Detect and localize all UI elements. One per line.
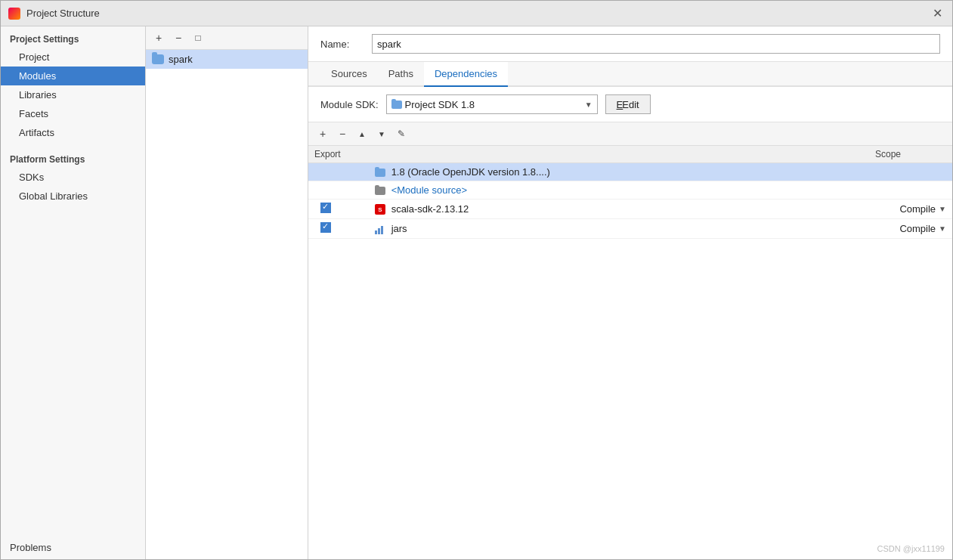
dep-bars-icon	[375, 224, 385, 234]
module-item-spark[interactable]: spark	[146, 50, 308, 69]
scope-dropdown-arrow-icon[interactable]: ▼	[939, 205, 946, 213]
th-scope: Scope	[869, 146, 952, 163]
sidebar-item-sdks[interactable]: SDKs	[1, 168, 145, 187]
edit-sdk-button[interactable]: EEdit	[605, 94, 651, 114]
remove-dep-button[interactable]: −	[334, 125, 351, 142]
dep-scope-cell	[869, 163, 952, 181]
main-layout: Project Settings Project Modules Librari…	[1, 26, 952, 559]
tab-dependencies[interactable]: Dependencies	[424, 62, 508, 87]
dep-toolbar: + − ▲ ▼ ✎	[308, 122, 952, 146]
content-area: Name: Sources Paths Dependencies Module …	[308, 26, 952, 559]
move-dep-down-button[interactable]: ▼	[373, 125, 390, 142]
tab-sources[interactable]: Sources	[320, 62, 378, 87]
module-item-label: spark	[169, 54, 193, 65]
dep-scala-icon: S	[375, 204, 385, 215]
app-icon	[8, 8, 20, 20]
sidebar-item-libraries[interactable]: Libraries	[1, 85, 145, 104]
sidebar-item-modules[interactable]: Modules	[1, 67, 145, 85]
dep-scope-value: Compile	[899, 223, 936, 234]
dep-scope-cell: Compile ▼	[869, 219, 952, 239]
dep-export-cell	[308, 200, 369, 219]
dep-label-cell: <Module source>	[369, 181, 869, 200]
th-name	[369, 146, 869, 163]
edit-dep-button[interactable]: ✎	[393, 125, 410, 142]
dep-module-icon	[375, 187, 385, 195]
dep-table-header: Export Scope	[308, 146, 952, 163]
move-dep-up-button[interactable]: ▲	[354, 125, 370, 142]
dep-table: Export Scope 1.8 (Oracle	[308, 146, 952, 239]
dep-label: <Module source>	[391, 184, 467, 196]
project-structure-window: Project Structure ✕ Project Settings Pro…	[0, 0, 953, 560]
dep-sdk-icon	[375, 169, 385, 177]
title-bar: Project Structure ✕	[1, 1, 952, 26]
scope-dropdown-arrow-icon[interactable]: ▼	[939, 224, 946, 233]
dep-export-checkbox[interactable]	[320, 203, 331, 213]
tabs-row: Sources Paths Dependencies	[308, 62, 952, 87]
sdk-row: Module SDK: Project SDK 1.8 ▼ EEdit	[308, 87, 952, 122]
dep-scope-cell: Compile ▼	[869, 200, 952, 219]
sidebar-item-global-libraries[interactable]: Global Libraries	[1, 187, 145, 206]
tab-paths[interactable]: Paths	[378, 62, 424, 87]
dep-scope-cell	[869, 181, 952, 200]
module-panel: + − □ spark	[146, 26, 308, 559]
module-sdk-dropdown[interactable]: Project SDK 1.8 ▼	[386, 94, 598, 114]
table-row[interactable]: <Module source>	[308, 181, 952, 200]
copy-module-button[interactable]: □	[190, 29, 206, 46]
table-row[interactable]: S scala-sdk-2.13.12 Compile ▼	[308, 200, 952, 219]
table-row[interactable]: 1.8 (Oracle OpenJDK version 1.8....)	[308, 163, 952, 181]
dep-export-cell	[308, 219, 369, 239]
sidebar-item-artifacts[interactable]: Artifacts	[1, 123, 145, 142]
close-button[interactable]: ✕	[930, 6, 945, 21]
dep-export-checkbox[interactable]	[320, 222, 331, 233]
dep-label-cell: jars	[369, 219, 869, 239]
remove-module-button[interactable]: −	[170, 29, 187, 46]
watermark: CSDN @jxx11199	[877, 544, 945, 553]
dependencies-area: Module SDK: Project SDK 1.8 ▼ EEdit + −	[308, 87, 952, 559]
add-dep-button[interactable]: +	[314, 125, 331, 142]
sdk-dropdown-arrow-icon: ▼	[585, 101, 593, 109]
module-folder-icon	[152, 54, 164, 64]
sidebar: Project Settings Project Modules Librari…	[1, 26, 146, 559]
platform-settings-label: Platform Settings	[1, 147, 145, 168]
sdk-value: Project SDK 1.8	[405, 99, 475, 110]
th-export: Export	[308, 146, 369, 163]
dep-export-cell	[308, 163, 369, 181]
module-sdk-label: Module SDK:	[320, 99, 379, 110]
dep-label-cell: S scala-sdk-2.13.12	[369, 200, 869, 219]
dep-label: jars	[391, 223, 407, 234]
sidebar-item-facets[interactable]: Facets	[1, 104, 145, 123]
project-settings-label: Project Settings	[1, 26, 145, 48]
dep-label-cell: 1.8 (Oracle OpenJDK version 1.8....)	[369, 163, 869, 181]
module-list: spark	[146, 50, 308, 559]
name-row: Name:	[308, 26, 952, 62]
sidebar-item-problems[interactable]: Problems	[1, 536, 145, 559]
dep-export-cell	[308, 181, 369, 200]
sdk-folder-icon	[391, 101, 402, 109]
table-row[interactable]: jars Compile ▼	[308, 219, 952, 239]
sidebar-item-project[interactable]: Project	[1, 48, 145, 67]
dep-label: scala-sdk-2.13.12	[391, 203, 469, 215]
dep-label: 1.8 (Oracle OpenJDK version 1.8....)	[391, 166, 550, 178]
add-module-button[interactable]: +	[150, 29, 167, 46]
module-toolbar: + − □	[146, 26, 308, 50]
dep-scope-value: Compile	[899, 203, 936, 215]
name-label: Name:	[320, 39, 366, 50]
window-title: Project Structure	[26, 8, 924, 19]
dep-table-container: Export Scope 1.8 (Oracle	[308, 146, 952, 559]
name-input[interactable]	[372, 34, 940, 54]
